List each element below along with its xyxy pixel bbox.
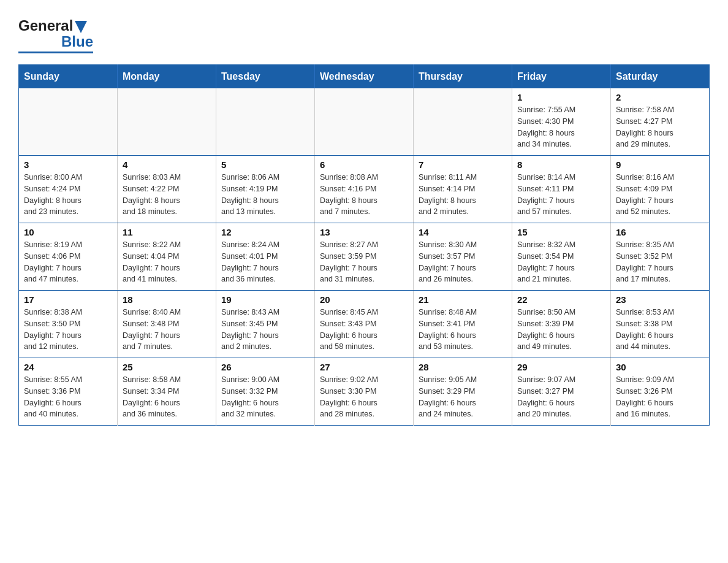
day-info: Sunrise: 8:19 AM Sunset: 4:06 PM Dayligh…	[24, 239, 112, 285]
logo-row: General	[18, 17, 87, 34]
logo-general-text: General	[18, 17, 73, 34]
calendar-cell: 9Sunrise: 8:16 AM Sunset: 4:09 PM Daylig…	[611, 156, 710, 223]
weekday-header-wednesday: Wednesday	[315, 65, 414, 89]
day-info: Sunrise: 8:50 AM Sunset: 3:39 PM Dayligh…	[517, 307, 605, 353]
day-number: 22	[517, 294, 605, 305]
weekday-header-saturday: Saturday	[611, 65, 710, 89]
day-number: 24	[24, 362, 112, 372]
calendar-week-row: 17Sunrise: 8:38 AM Sunset: 3:50 PM Dayli…	[19, 291, 710, 358]
weekday-header-thursday: Thursday	[414, 65, 512, 89]
day-number: 13	[320, 227, 408, 237]
calendar-cell: 2Sunrise: 7:58 AM Sunset: 4:27 PM Daylig…	[611, 88, 710, 156]
day-number: 9	[616, 159, 704, 170]
day-number: 3	[24, 159, 112, 170]
day-info: Sunrise: 9:05 AM Sunset: 3:29 PM Dayligh…	[419, 374, 507, 420]
calendar-cell: 13Sunrise: 8:27 AM Sunset: 3:59 PM Dayli…	[315, 223, 414, 291]
day-number: 8	[517, 159, 605, 170]
calendar-cell	[216, 88, 315, 156]
logo-triangle-icon	[75, 21, 87, 33]
day-info: Sunrise: 8:16 AM Sunset: 4:09 PM Dayligh…	[616, 172, 704, 218]
day-info: Sunrise: 9:07 AM Sunset: 3:27 PM Dayligh…	[517, 374, 605, 420]
weekday-header-tuesday: Tuesday	[216, 65, 315, 89]
day-number: 10	[24, 227, 112, 237]
calendar-cell: 4Sunrise: 8:03 AM Sunset: 4:22 PM Daylig…	[118, 156, 216, 223]
day-info: Sunrise: 8:03 AM Sunset: 4:22 PM Dayligh…	[123, 172, 211, 218]
calendar-cell	[118, 88, 216, 156]
calendar-cell	[315, 88, 414, 156]
day-info: Sunrise: 8:22 AM Sunset: 4:04 PM Dayligh…	[123, 239, 211, 285]
day-number: 15	[517, 227, 605, 237]
day-number: 6	[320, 159, 408, 170]
day-info: Sunrise: 8:08 AM Sunset: 4:16 PM Dayligh…	[320, 172, 408, 218]
day-number: 18	[123, 294, 211, 305]
calendar-cell: 6Sunrise: 8:08 AM Sunset: 4:16 PM Daylig…	[315, 156, 414, 223]
calendar-cell: 8Sunrise: 8:14 AM Sunset: 4:11 PM Daylig…	[512, 156, 611, 223]
day-number: 7	[419, 159, 507, 170]
calendar-cell: 18Sunrise: 8:40 AM Sunset: 3:48 PM Dayli…	[118, 291, 216, 358]
calendar-table: SundayMondayTuesdayWednesdayThursdayFrid…	[18, 64, 710, 426]
day-number: 28	[419, 362, 507, 372]
day-info: Sunrise: 9:02 AM Sunset: 3:30 PM Dayligh…	[320, 374, 408, 420]
day-number: 26	[221, 362, 309, 372]
weekday-header-friday: Friday	[512, 65, 611, 89]
logo: General Blue	[18, 17, 93, 53]
day-info: Sunrise: 8:32 AM Sunset: 3:54 PM Dayligh…	[517, 239, 605, 285]
day-number: 14	[419, 227, 507, 237]
day-info: Sunrise: 8:27 AM Sunset: 3:59 PM Dayligh…	[320, 239, 408, 285]
calendar-cell: 10Sunrise: 8:19 AM Sunset: 4:06 PM Dayli…	[19, 223, 118, 291]
calendar-cell: 30Sunrise: 9:09 AM Sunset: 3:26 PM Dayli…	[611, 358, 710, 426]
day-info: Sunrise: 8:35 AM Sunset: 3:52 PM Dayligh…	[616, 239, 704, 285]
day-info: Sunrise: 8:30 AM Sunset: 3:57 PM Dayligh…	[419, 239, 507, 285]
day-number: 21	[419, 294, 507, 305]
calendar-cell: 12Sunrise: 8:24 AM Sunset: 4:01 PM Dayli…	[216, 223, 315, 291]
day-info: Sunrise: 8:11 AM Sunset: 4:14 PM Dayligh…	[419, 172, 507, 218]
day-info: Sunrise: 9:09 AM Sunset: 3:26 PM Dayligh…	[616, 374, 704, 420]
weekday-header-sunday: Sunday	[19, 65, 118, 89]
calendar-cell: 26Sunrise: 9:00 AM Sunset: 3:32 PM Dayli…	[216, 358, 315, 426]
day-info: Sunrise: 7:58 AM Sunset: 4:27 PM Dayligh…	[616, 104, 704, 150]
calendar-cell: 29Sunrise: 9:07 AM Sunset: 3:27 PM Dayli…	[512, 358, 611, 426]
calendar-cell	[19, 88, 118, 156]
day-info: Sunrise: 8:43 AM Sunset: 3:45 PM Dayligh…	[221, 307, 309, 353]
day-number: 17	[24, 294, 112, 305]
calendar-cell: 11Sunrise: 8:22 AM Sunset: 4:04 PM Dayli…	[118, 223, 216, 291]
logo-underline	[18, 52, 93, 53]
day-info: Sunrise: 8:55 AM Sunset: 3:36 PM Dayligh…	[24, 374, 112, 420]
calendar-cell: 23Sunrise: 8:53 AM Sunset: 3:38 PM Dayli…	[611, 291, 710, 358]
day-info: Sunrise: 8:38 AM Sunset: 3:50 PM Dayligh…	[24, 307, 112, 353]
day-number: 25	[123, 362, 211, 372]
day-number: 16	[616, 227, 704, 237]
day-info: Sunrise: 8:48 AM Sunset: 3:41 PM Dayligh…	[419, 307, 507, 353]
day-number: 29	[517, 362, 605, 372]
weekday-header-monday: Monday	[118, 65, 216, 89]
day-info: Sunrise: 8:45 AM Sunset: 3:43 PM Dayligh…	[320, 307, 408, 353]
calendar-week-row: 24Sunrise: 8:55 AM Sunset: 3:36 PM Dayli…	[19, 358, 710, 426]
calendar-cell: 14Sunrise: 8:30 AM Sunset: 3:57 PM Dayli…	[414, 223, 512, 291]
calendar-week-row: 3Sunrise: 8:00 AM Sunset: 4:24 PM Daylig…	[19, 156, 710, 223]
day-number: 30	[616, 362, 704, 372]
calendar-cell: 16Sunrise: 8:35 AM Sunset: 3:52 PM Dayli…	[611, 223, 710, 291]
day-info: Sunrise: 8:40 AM Sunset: 3:48 PM Dayligh…	[123, 307, 211, 353]
day-number: 11	[123, 227, 211, 237]
calendar-cell: 24Sunrise: 8:55 AM Sunset: 3:36 PM Dayli…	[19, 358, 118, 426]
day-info: Sunrise: 7:55 AM Sunset: 4:30 PM Dayligh…	[517, 104, 605, 150]
calendar-cell: 3Sunrise: 8:00 AM Sunset: 4:24 PM Daylig…	[19, 156, 118, 223]
day-number: 2	[616, 92, 704, 102]
calendar-week-row: 10Sunrise: 8:19 AM Sunset: 4:06 PM Dayli…	[19, 223, 710, 291]
day-number: 19	[221, 294, 309, 305]
day-info: Sunrise: 8:58 AM Sunset: 3:34 PM Dayligh…	[123, 374, 211, 420]
day-number: 4	[123, 159, 211, 170]
day-info: Sunrise: 8:00 AM Sunset: 4:24 PM Dayligh…	[24, 172, 112, 218]
calendar-cell: 7Sunrise: 8:11 AM Sunset: 4:14 PM Daylig…	[414, 156, 512, 223]
calendar-cell	[414, 88, 512, 156]
calendar-header-row: SundayMondayTuesdayWednesdayThursdayFrid…	[19, 65, 710, 89]
day-info: Sunrise: 8:06 AM Sunset: 4:19 PM Dayligh…	[221, 172, 309, 218]
calendar-cell: 21Sunrise: 8:48 AM Sunset: 3:41 PM Dayli…	[414, 291, 512, 358]
day-number: 23	[616, 294, 704, 305]
day-number: 27	[320, 362, 408, 372]
calendar-cell: 19Sunrise: 8:43 AM Sunset: 3:45 PM Dayli…	[216, 291, 315, 358]
calendar-cell: 27Sunrise: 9:02 AM Sunset: 3:30 PM Dayli…	[315, 358, 414, 426]
calendar-cell: 28Sunrise: 9:05 AM Sunset: 3:29 PM Dayli…	[414, 358, 512, 426]
logo-blue-row: Blue	[18, 33, 93, 50]
day-info: Sunrise: 9:00 AM Sunset: 3:32 PM Dayligh…	[221, 374, 309, 420]
